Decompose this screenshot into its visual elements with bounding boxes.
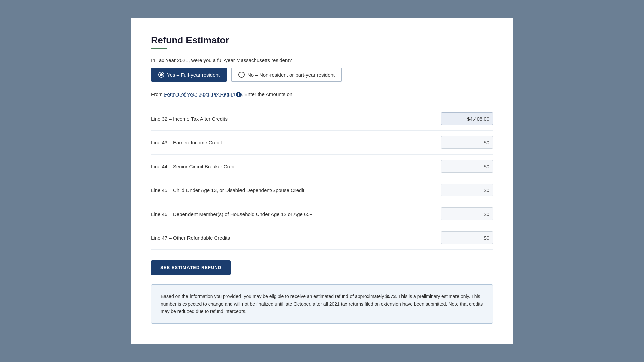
line-item-row-line47: Line 47 – Other Refundable Credits (151, 226, 493, 250)
line-items-container: Line 32 – Income Tax After Credits Line … (151, 107, 493, 250)
main-card: Refund Estimator In Tax Year 2021, were … (131, 18, 513, 344)
form-source-label: From Form 1 of Your 2021 Tax Returni, En… (151, 91, 493, 97)
line-item-row-line45: Line 45 – Child Under Age 13, or Disable… (151, 178, 493, 202)
line-item-row-line32: Line 32 – Income Tax After Credits (151, 107, 493, 131)
line-item-row-line46: Line 46 – Dependent Member(s) of Househo… (151, 202, 493, 226)
form-source-link[interactable]: Form 1 of Your 2021 Tax Return (164, 91, 235, 97)
radio-label-yes: Yes – Full-year resident (167, 72, 220, 78)
line45-input[interactable] (441, 184, 493, 196)
line47-label: Line 47 – Other Refundable Credits (151, 235, 230, 241)
radio-circle-yes (158, 72, 164, 78)
result-text: Based on the information you provided, y… (161, 293, 483, 315)
line46-input[interactable] (441, 207, 493, 220)
radio-circle-no (238, 72, 245, 78)
resident-question-label: In Tax Year 2021, were you a full-year M… (151, 57, 493, 63)
radio-option-no[interactable]: No – Non-resident or part-year resident (231, 68, 342, 82)
result-text-before: Based on the information you provided, y… (161, 294, 385, 299)
line45-label: Line 45 – Child Under Age 13, or Disable… (151, 187, 304, 193)
line43-input[interactable] (441, 136, 493, 149)
line43-label: Line 43 – Earned Income Credit (151, 140, 222, 145)
line-item-row-line44: Line 44 – Senior Circuit Breaker Credit (151, 155, 493, 178)
see-estimated-refund-button[interactable]: SEE ESTIMATED REFUND (151, 260, 231, 275)
line32-label: Line 32 – Income Tax After Credits (151, 116, 228, 122)
line32-input[interactable] (441, 112, 493, 125)
radio-label-no: No – Non-resident or part-year resident (247, 72, 335, 78)
form-source-prefix: From (151, 91, 164, 97)
line47-input[interactable] (441, 231, 493, 244)
form-source-suffix: , Enter the Amounts on: (241, 91, 294, 97)
resident-radio-group: Yes – Full-year resident No – Non-reside… (151, 68, 493, 82)
page-title: Refund Estimator (151, 35, 493, 46)
radio-option-yes[interactable]: Yes – Full-year resident (151, 68, 227, 82)
line44-label: Line 44 – Senior Circuit Breaker Credit (151, 164, 237, 169)
info-icon[interactable]: i (236, 92, 241, 97)
line44-input[interactable] (441, 160, 493, 173)
result-amount: $573 (385, 294, 396, 299)
line46-label: Line 46 – Dependent Member(s) of Househo… (151, 211, 313, 217)
line-item-row-line43: Line 43 – Earned Income Credit (151, 131, 493, 155)
title-underline (151, 48, 167, 49)
result-box: Based on the information you provided, y… (151, 284, 493, 323)
